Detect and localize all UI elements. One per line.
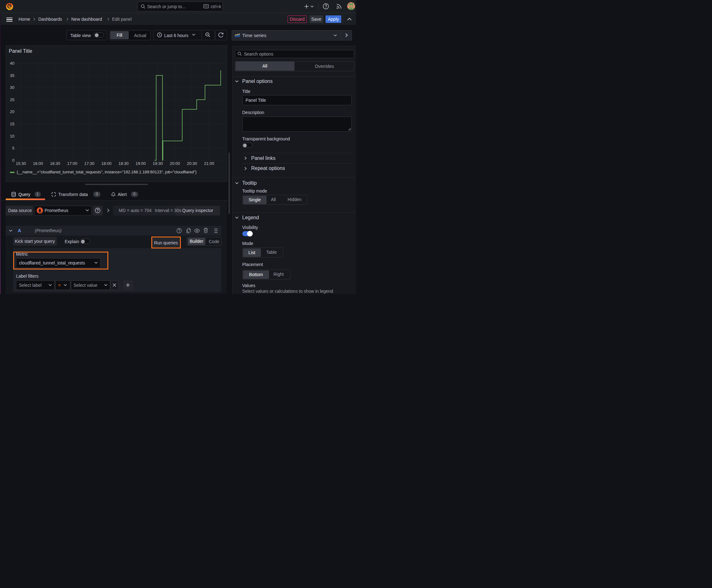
svg-text:15: 15 [10,122,14,126]
svg-text:0: 0 [12,158,14,162]
svg-text:40: 40 [10,61,14,66]
svg-text:20:00: 20:00 [170,161,180,166]
svg-text:15:30: 15:30 [16,161,26,166]
svg-text:20:30: 20:30 [187,161,197,166]
svg-text:17:30: 17:30 [84,161,94,166]
svg-text:18:00: 18:00 [101,161,111,166]
svg-text:25: 25 [10,97,14,102]
svg-text:{__name__="cloudflared_tunnel_: {__name__="cloudflared_tunnel_total_requ… [17,169,197,174]
svg-text:5: 5 [12,146,14,150]
svg-text:17:00: 17:00 [67,161,77,166]
svg-text:30: 30 [10,85,14,90]
svg-text:21:00: 21:00 [204,161,214,166]
svg-text:19:00: 19:00 [135,161,146,166]
svg-text:16:30: 16:30 [50,161,60,166]
svg-text:19:30: 19:30 [153,161,163,166]
svg-text:10: 10 [10,133,14,138]
svg-text:35: 35 [10,73,14,78]
svg-text:16:00: 16:00 [33,161,43,166]
svg-text:20: 20 [10,109,14,114]
svg-text:18:30: 18:30 [118,161,129,166]
